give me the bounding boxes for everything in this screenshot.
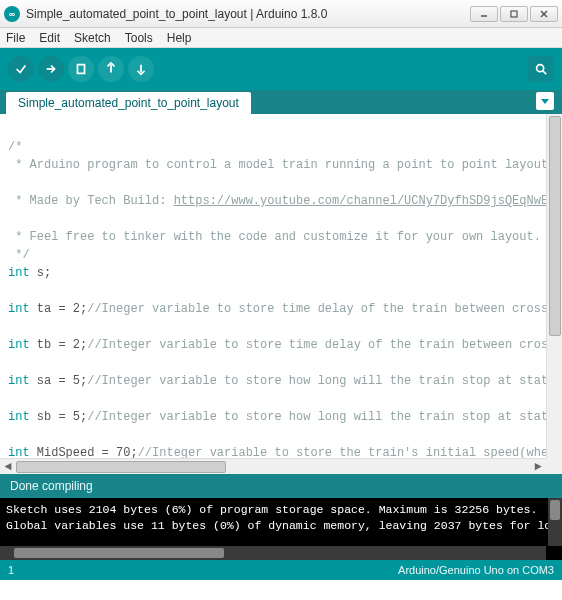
youtube-link[interactable]: https://www.youtube.com/channel/UCNy7Dyf…: [174, 194, 562, 208]
svg-line-9: [543, 71, 547, 75]
console-horizontal-scrollbar[interactable]: [0, 546, 546, 560]
window-minimize-button[interactable]: [470, 6, 498, 22]
board-port-info: Arduino/Genuino Uno on COM3: [398, 564, 554, 576]
toolbar: [0, 48, 562, 90]
open-button[interactable]: [98, 56, 124, 82]
window-close-button[interactable]: [530, 6, 558, 22]
menu-sketch[interactable]: Sketch: [74, 31, 111, 45]
upload-button[interactable]: [38, 56, 64, 82]
editor-hscroll-thumb[interactable]: [16, 461, 226, 473]
svg-rect-1: [511, 11, 517, 17]
code-content[interactable]: /* * Arduino program to control a model …: [0, 114, 562, 474]
menu-tools[interactable]: Tools: [125, 31, 153, 45]
editor-scroll-corner: [546, 458, 562, 474]
sketch-tab-label: Simple_automated_point_to_point_layout: [18, 96, 239, 110]
console-vertical-scrollbar[interactable]: [548, 498, 562, 546]
bottom-status-bar: 1 Arduino/Genuino Uno on COM3: [0, 560, 562, 580]
menu-file[interactable]: File: [6, 31, 25, 45]
save-button[interactable]: [128, 56, 154, 82]
window-title: Simple_automated_point_to_point_layout |…: [26, 7, 470, 21]
menu-edit[interactable]: Edit: [39, 31, 60, 45]
status-message-bar: Done compiling: [0, 474, 562, 498]
status-message: Done compiling: [10, 479, 93, 493]
svg-rect-5: [78, 65, 85, 74]
scroll-left-arrow[interactable]: ◄: [0, 459, 16, 475]
scroll-right-arrow[interactable]: ►: [530, 459, 546, 475]
menu-bar: File Edit Sketch Tools Help: [0, 28, 562, 48]
console-vscroll-thumb[interactable]: [550, 500, 560, 520]
serial-monitor-button[interactable]: [528, 56, 554, 82]
output-console[interactable]: Sketch uses 2104 bytes (6%) of program s…: [0, 498, 562, 560]
line-number: 1: [8, 564, 14, 576]
tab-row: Simple_automated_point_to_point_layout: [0, 90, 562, 114]
code-editor[interactable]: /* * Arduino program to control a model …: [0, 114, 562, 474]
svg-marker-10: [541, 99, 549, 104]
console-hscroll-thumb[interactable]: [14, 548, 224, 558]
verify-button[interactable]: [8, 56, 34, 82]
menu-help[interactable]: Help: [167, 31, 192, 45]
editor-horizontal-scrollbar[interactable]: ◄ ►: [0, 458, 546, 474]
editor-vertical-scrollbar[interactable]: [546, 114, 562, 458]
window-titlebar: ∞ Simple_automated_point_to_point_layout…: [0, 0, 562, 28]
arduino-app-icon: ∞: [4, 6, 20, 22]
new-button[interactable]: [68, 56, 94, 82]
svg-point-8: [537, 65, 544, 72]
console-output: Sketch uses 2104 bytes (6%) of program s…: [0, 498, 562, 538]
editor-vscroll-thumb[interactable]: [549, 116, 561, 336]
window-maximize-button[interactable]: [500, 6, 528, 22]
tab-menu-button[interactable]: [536, 92, 554, 110]
sketch-tab[interactable]: Simple_automated_point_to_point_layout: [6, 92, 251, 114]
